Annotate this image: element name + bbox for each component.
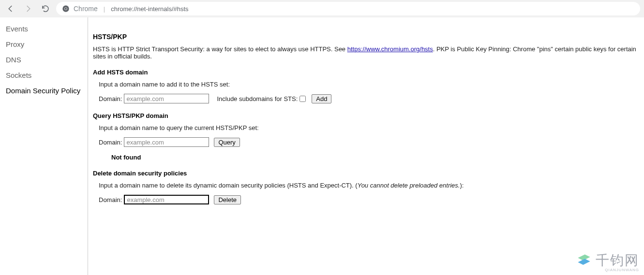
browser-toolbar: Chrome | chrome://net-internals/#hsts bbox=[0, 0, 644, 17]
back-button[interactable] bbox=[4, 2, 17, 15]
delete-domain-label: Domain: bbox=[99, 196, 122, 203]
reload-button[interactable] bbox=[39, 2, 52, 15]
query-result: Not found bbox=[111, 154, 639, 161]
intro-text-a: HSTS is HTTP Strict Transport Security: … bbox=[93, 45, 347, 53]
query-button[interactable]: Query bbox=[214, 138, 240, 147]
address-bar[interactable]: Chrome | chrome://net-internals/#hsts bbox=[56, 2, 640, 15]
include-subdomains-label: Include subdomains for STS: bbox=[217, 95, 298, 102]
add-domain-label: Domain: bbox=[99, 95, 122, 102]
delete-help-b: ): bbox=[460, 182, 464, 189]
forward-button[interactable] bbox=[21, 2, 35, 15]
sidebar-item-proxy[interactable]: Proxy bbox=[2, 37, 86, 52]
add-domain-input[interactable] bbox=[124, 94, 209, 103]
delete-help-italic: You cannot delete preloaded entries. bbox=[358, 182, 460, 189]
sidebar-item-sockets[interactable]: Sockets bbox=[2, 68, 86, 83]
query-domain-label: Domain: bbox=[99, 139, 122, 146]
add-form-row: Domain: Include subdomains for STS: Add bbox=[99, 94, 639, 103]
include-subdomains-checkbox[interactable] bbox=[300, 96, 306, 102]
reload-icon bbox=[41, 4, 50, 13]
content-area: HSTS/PKP HSTS is HTTP Strict Transport S… bbox=[88, 17, 644, 275]
page-title: HSTS/PKP bbox=[93, 33, 639, 41]
intro-text: HSTS is HTTP Strict Transport Security: … bbox=[93, 45, 639, 60]
sidebar-item-events[interactable]: Events bbox=[2, 21, 86, 37]
chrome-logo-icon bbox=[62, 5, 70, 13]
add-heading: Add HSTS domain bbox=[93, 69, 639, 76]
sidebar-item-domain-security-policy[interactable]: Domain Security Policy bbox=[2, 83, 86, 99]
arrow-left-icon bbox=[6, 4, 15, 13]
delete-button[interactable]: Delete bbox=[214, 195, 241, 204]
intro-link[interactable]: https://www.chromium.org/hsts bbox=[347, 45, 433, 53]
svg-point-2 bbox=[65, 8, 67, 10]
query-form-row: Domain: Query bbox=[99, 137, 639, 147]
sidebar-item-dns[interactable]: DNS bbox=[2, 52, 86, 68]
address-separator: | bbox=[104, 5, 105, 13]
arrow-right-icon bbox=[24, 4, 32, 13]
delete-help-text: Input a domain name to delete its dynami… bbox=[99, 182, 639, 189]
add-button[interactable]: Add bbox=[312, 94, 331, 103]
query-domain-input[interactable] bbox=[124, 137, 209, 147]
sidebar: Events Proxy DNS Sockets Domain Security… bbox=[0, 17, 88, 275]
address-url: chrome://net-internals/#hsts bbox=[111, 5, 188, 13]
address-scheme-label: Chrome bbox=[74, 5, 98, 13]
delete-heading: Delete domain security policies bbox=[93, 170, 639, 177]
add-help-text: Input a domain name to add it to the HST… bbox=[99, 81, 639, 88]
delete-form-row: Domain: Delete bbox=[99, 195, 639, 204]
delete-help-a: Input a domain name to delete its dynami… bbox=[99, 182, 358, 189]
delete-domain-input[interactable] bbox=[124, 195, 209, 204]
query-help-text: Input a domain name to query the current… bbox=[99, 124, 639, 131]
query-heading: Query HSTS/PKP domain bbox=[93, 112, 639, 119]
